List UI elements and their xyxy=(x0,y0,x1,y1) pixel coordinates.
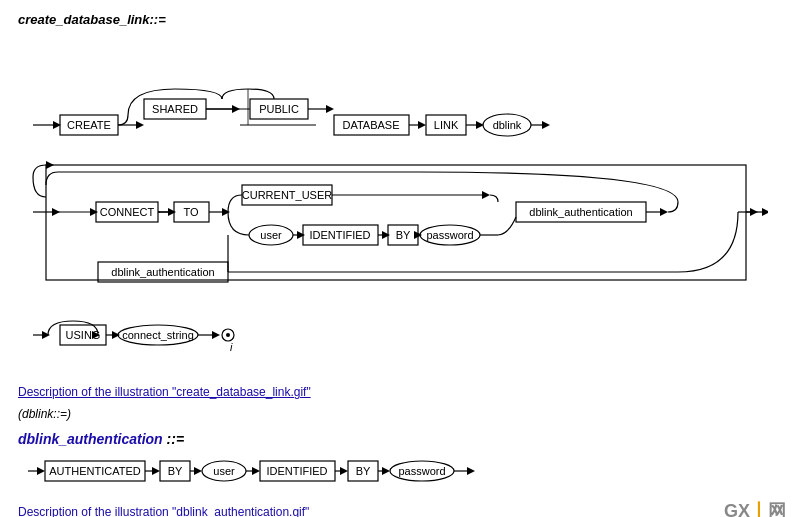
svg-marker-93 xyxy=(152,467,160,475)
svg-text:CURRENT_USER: CURRENT_USER xyxy=(242,189,333,201)
svg-text:BY: BY xyxy=(168,465,183,477)
svg-text:dblink_authentication: dblink_authentication xyxy=(529,206,632,218)
svg-marker-19 xyxy=(418,121,426,129)
diagram2: USING connect_string i xyxy=(18,313,768,376)
svg-marker-97 xyxy=(194,467,202,475)
svg-marker-67 xyxy=(660,208,668,216)
svg-text:user: user xyxy=(213,465,235,477)
svg-marker-58 xyxy=(482,191,490,199)
svg-text:password: password xyxy=(398,465,445,477)
svg-text:i: i xyxy=(230,341,233,353)
svg-text:connect_string: connect_string xyxy=(122,329,194,341)
svg-text:CREATE: CREATE xyxy=(67,119,111,131)
svg-text:TO: TO xyxy=(183,206,199,218)
svg-text:password: password xyxy=(426,229,473,241)
svg-text:user: user xyxy=(260,229,282,241)
svg-marker-56 xyxy=(222,208,230,216)
svg-text:BY: BY xyxy=(396,229,411,241)
svg-text:USING: USING xyxy=(66,329,101,341)
svg-marker-84 xyxy=(212,331,220,339)
svg-marker-27 xyxy=(542,121,550,129)
svg-marker-109 xyxy=(382,467,390,475)
svg-marker-15 xyxy=(326,105,334,113)
svg-marker-72 xyxy=(762,208,768,216)
svg-text:dblink_authentication: dblink_authentication xyxy=(111,266,214,278)
diagram3: AUTHENTICATED BY user IDENTIFIED xyxy=(18,453,768,496)
dblink-text: (dblink::=) xyxy=(18,407,778,421)
page-title: create_database_link::= xyxy=(18,12,778,27)
svg-marker-101 xyxy=(252,467,260,475)
svg-marker-63 xyxy=(382,231,390,239)
svg-marker-5 xyxy=(136,121,144,129)
svg-marker-34 xyxy=(90,208,98,216)
svg-text:CONNECT: CONNECT xyxy=(100,206,155,218)
svg-text:SHARED: SHARED xyxy=(152,103,198,115)
section2-title: dblink_authentication ::= xyxy=(18,431,184,447)
svg-text:IDENTIFIED: IDENTIFIED xyxy=(266,465,327,477)
svg-text:LINK: LINK xyxy=(434,119,459,131)
svg-text:AUTHENTICATED: AUTHENTICATED xyxy=(49,465,141,477)
svg-text:dblink: dblink xyxy=(493,119,522,131)
svg-text:IDENTIFIED: IDENTIFIED xyxy=(309,229,370,241)
svg-marker-89 xyxy=(37,467,45,475)
link2[interactable]: Description of the illustration "dblink_… xyxy=(18,504,778,517)
svg-marker-113 xyxy=(467,467,475,475)
svg-marker-73 xyxy=(46,161,54,169)
svg-marker-105 xyxy=(340,467,348,475)
svg-point-86 xyxy=(226,333,230,337)
diagram1: CREATE SHARED PUBLIC xyxy=(18,37,768,305)
svg-marker-61 xyxy=(297,231,305,239)
svg-text:DATABASE: DATABASE xyxy=(342,119,399,131)
link1[interactable]: Description of the illustration "create_… xyxy=(18,384,778,399)
watermark: GX丨网 xyxy=(724,499,786,517)
svg-text:BY: BY xyxy=(356,465,371,477)
svg-text:PUBLIC: PUBLIC xyxy=(259,103,299,115)
